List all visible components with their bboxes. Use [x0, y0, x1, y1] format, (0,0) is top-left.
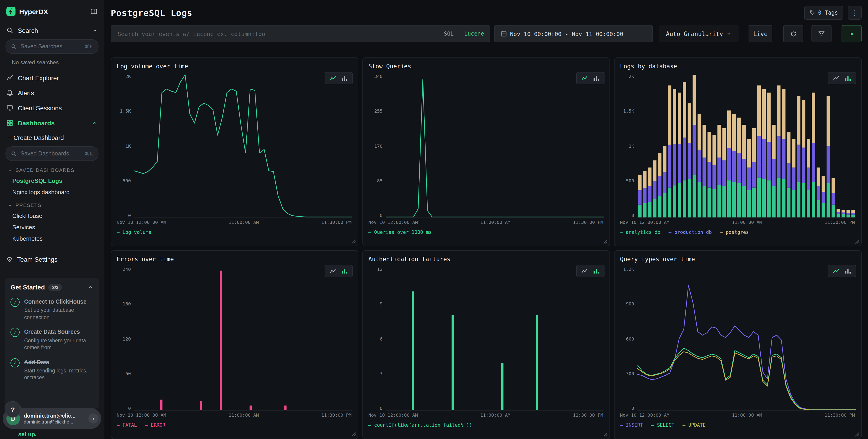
refresh-button[interactable]: [783, 25, 803, 42]
search-icon: [6, 27, 13, 34]
event-search-box[interactable]: SQL | Lucene: [111, 25, 490, 42]
get-started-item[interactable]: ✓ Connect to ClickHouse Set up your data…: [10, 297, 93, 321]
chevron-up-icon: [92, 28, 98, 33]
x-tick-label: 11:00:00 AM: [480, 413, 510, 417]
preset-item-kubernetes[interactable]: Kubernetes: [0, 233, 104, 244]
y-tick-label: 300: [626, 371, 634, 376]
preset-item-clickhouse[interactable]: ClickHouse: [0, 210, 104, 222]
saved-searches-input[interactable]: ⌘K: [5, 39, 98, 54]
bar-chart-icon[interactable]: [341, 75, 348, 81]
saved-dashboards-field[interactable]: [20, 150, 82, 157]
create-dashboard-button[interactable]: + Create Dashboard: [0, 130, 104, 145]
help-button[interactable]: ?: [5, 401, 21, 417]
bar-chart-icon[interactable]: [845, 75, 851, 81]
saved-dashboards-section[interactable]: SAVED DASHBOARDS: [0, 163, 104, 175]
set-up-link[interactable]: set up.: [18, 431, 37, 438]
resize-handle[interactable]: [854, 432, 859, 437]
chart-title: Logs by database: [620, 63, 856, 70]
legend-item: — Log volume: [117, 229, 151, 235]
preset-item-services[interactable]: Services: [0, 222, 104, 233]
chevron-up-icon[interactable]: [88, 284, 93, 290]
user-email-secondary: dominic.tran@clickho...: [24, 419, 85, 425]
chart-panel-log-volume: Log volume over time 2K1.5K1K5000 Nov 10…: [111, 57, 358, 246]
filter-button[interactable]: [811, 25, 832, 42]
y-tick-label: 0: [380, 213, 382, 218]
x-tick-label: Nov 10 12:00:00 AM: [620, 220, 670, 225]
line-chart-icon[interactable]: [581, 75, 588, 81]
create-dashboard-label: + Create Dashboard: [8, 134, 64, 141]
legend-item: — FATAL: [117, 422, 137, 428]
bar-chart-icon[interactable]: [341, 268, 348, 274]
line-chart-icon[interactable]: [330, 75, 336, 81]
sidebar-item-label: Client Sessions: [18, 104, 62, 112]
resize-handle[interactable]: [854, 239, 859, 244]
x-tick-label: Nov 10 12:00:00 AM: [117, 220, 166, 225]
brand-name: HyperDX: [19, 7, 48, 15]
legend-item: — UPDATE: [682, 422, 706, 428]
run-query-button[interactable]: [842, 25, 862, 42]
lucene-toggle[interactable]: Lucene: [464, 31, 484, 37]
bar-chart-icon[interactable]: [845, 268, 851, 274]
bar-chart-icon[interactable]: [593, 75, 599, 81]
sql-toggle[interactable]: SQL: [444, 31, 454, 37]
date-range-label: Nov 10 00:00:00 - Nov 11 00:00:00: [510, 30, 623, 37]
dashboard-item-nginx[interactable]: Nginx logs dashboard: [0, 186, 104, 198]
section-label-text: PRESETS: [16, 202, 41, 208]
resize-handle[interactable]: [351, 239, 356, 244]
y-tick-label: 0: [380, 406, 382, 411]
y-tick-label: 2K: [125, 74, 131, 79]
monitor-icon: [6, 104, 13, 111]
chart-explorer-icon: [6, 74, 13, 81]
chart-plot[interactable]: [637, 74, 856, 218]
y-tick-label: 12: [377, 267, 382, 272]
line-chart-icon[interactable]: [833, 268, 839, 274]
resize-handle[interactable]: [603, 239, 608, 244]
date-range-picker[interactable]: Nov 10 00:00:00 - Nov 11 00:00:00: [494, 25, 653, 42]
sidebar-item-alerts[interactable]: Alerts: [0, 85, 104, 100]
sidebar-item-chart-explorer[interactable]: Chart Explorer: [0, 70, 104, 85]
keyboard-shortcut: ⌘K: [85, 43, 93, 50]
kebab-menu-button[interactable]: ⋮: [848, 6, 862, 20]
chart-plot[interactable]: [637, 267, 856, 411]
get-started-item-desc: Set up your database connection: [24, 307, 93, 321]
dashboard-item-postgresql-logs[interactable]: PostgreSQL Logs: [0, 175, 104, 186]
sidebar-item-team-settings[interactable]: ⚙ Team Settings: [0, 252, 104, 267]
line-chart-icon[interactable]: [330, 268, 336, 274]
sidebar-item-search[interactable]: Search: [0, 23, 104, 38]
x-tick-label: 11:00:00 AM: [228, 413, 259, 417]
sidebar-item-dashboards[interactable]: Dashboards: [0, 115, 104, 130]
chart-plot[interactable]: [134, 267, 352, 411]
event-search-input[interactable]: [117, 30, 439, 38]
get-started-item-title: Add Data: [24, 359, 49, 365]
y-tick-label: 9: [380, 302, 382, 307]
sidebar-item-client-sessions[interactable]: Client Sessions: [0, 100, 104, 115]
granularity-select[interactable]: Auto Granularity: [659, 25, 739, 42]
collapse-sidebar-icon[interactable]: [90, 8, 98, 15]
check-circle-icon: ✓: [10, 298, 20, 307]
saved-searches-field[interactable]: [20, 43, 82, 50]
get-started-item[interactable]: ✓ Add Data Start sending logs, metrics, …: [10, 357, 93, 382]
legend-item: — countIf(like(arr..ation failed%')): [368, 422, 472, 428]
chart-plot[interactable]: [386, 74, 604, 218]
line-chart-icon[interactable]: [833, 75, 839, 81]
chart-legend: — INSERT— SELECT— UPDATE: [620, 422, 856, 428]
bar-chart-icon[interactable]: [593, 268, 599, 274]
section-label-text: SAVED DASHBOARDS: [16, 167, 74, 173]
legend-item: — INSERT: [620, 422, 643, 428]
chart-title: Slow Queries: [368, 63, 604, 70]
line-chart-icon[interactable]: [581, 268, 588, 274]
chart-plot[interactable]: [134, 74, 352, 218]
tags-button[interactable]: 0 Tags: [804, 6, 843, 20]
get-started-item[interactable]: ✓ Create Data Sources Configure where yo…: [10, 327, 93, 351]
live-button[interactable]: Live: [749, 25, 772, 42]
presets-section[interactable]: PRESETS: [0, 198, 104, 210]
get-started-item-title: Connect to ClickHouse: [24, 299, 87, 305]
page: HyperDX Search ⌘K No saved searches: [0, 0, 868, 439]
chart-legend: — Log volume: [117, 229, 352, 235]
dashboards-grid-icon: [6, 120, 13, 126]
resize-handle[interactable]: [351, 432, 356, 437]
resize-handle[interactable]: [603, 432, 608, 437]
chart-plot[interactable]: [386, 267, 604, 411]
saved-dashboards-input[interactable]: ⌘K: [5, 146, 98, 161]
y-tick-label: 2K: [629, 74, 634, 79]
